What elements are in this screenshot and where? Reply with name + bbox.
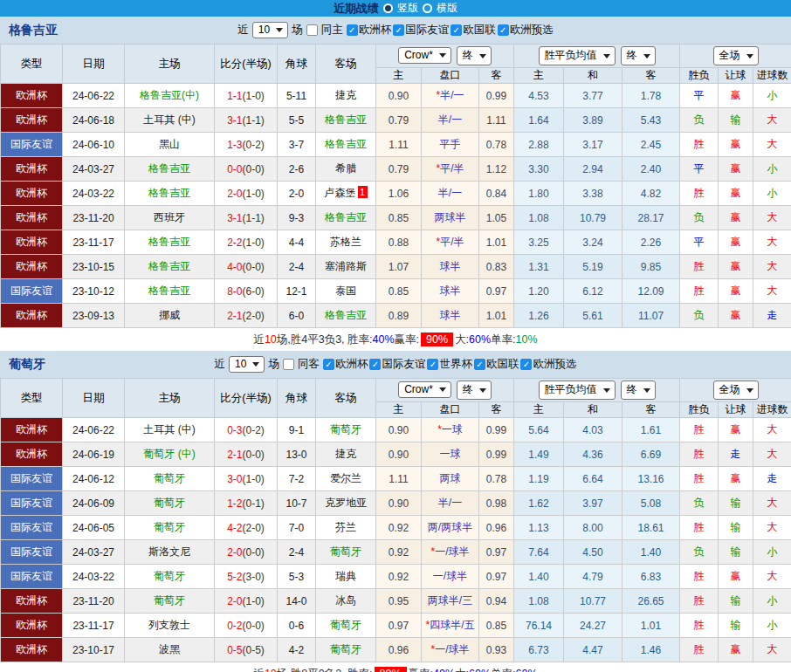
league-filter[interactable]: 欧国联 xyxy=(451,23,496,38)
crow-home-odds: 0.85 xyxy=(376,279,422,304)
checkbox-icon[interactable] xyxy=(427,359,438,370)
checkbox-icon[interactable] xyxy=(474,359,485,370)
avg-home-odds: 1.80 xyxy=(514,182,564,206)
handicap-line: *平/半 xyxy=(422,230,479,255)
home-team: 挪威 xyxy=(125,304,215,328)
match-date: 24-06-12 xyxy=(63,467,125,491)
col-result: 胜负 xyxy=(680,68,719,84)
final-avg-dropdown[interactable]: 终 xyxy=(621,381,656,400)
fulltime-score: 1-1 xyxy=(227,90,242,102)
handicap-line: 两球半/三 xyxy=(422,589,479,614)
league-filter[interactable]: 欧洲杯 xyxy=(323,357,368,372)
home-team-name: 格鲁吉亚 xyxy=(148,236,190,248)
crow-away-odds: 0.99 xyxy=(479,418,514,442)
league-filter[interactable]: 欧洲杯 xyxy=(347,23,392,38)
result-handicap: 赢 xyxy=(719,182,753,206)
crow-home-odds: 0.90 xyxy=(376,84,422,108)
avg-odds-dropdown[interactable]: 胜平负均值 xyxy=(539,46,616,65)
vertical-layout-label[interactable]: 竖版 xyxy=(397,1,418,16)
checkbox-icon[interactable] xyxy=(347,24,358,36)
team-section-georgia: 格鲁吉亚 近 10 场 同主 欧洲杯国际友谊欧国联欧洲预选 类型 xyxy=(0,17,791,351)
league-filters: 欧洲杯国际友谊世界杯欧国联欧洲预选 xyxy=(323,357,577,372)
league-label: 欧国联 xyxy=(486,357,519,372)
match-date: 24-06-22 xyxy=(63,418,125,442)
avg-draw-odds: 4.79 xyxy=(564,565,622,589)
summary-segment: 90% xyxy=(421,333,453,346)
same-venue-label[interactable]: 同主 xyxy=(321,23,343,38)
fulltime-score: 3-1 xyxy=(227,114,242,127)
avg-odds-dropdown[interactable]: 胜平负均值 xyxy=(539,381,616,400)
crow-away-odds: 0.78 xyxy=(479,133,514,157)
crow-away-odds: 0.84 xyxy=(479,182,514,206)
halftime-score: (0-0) xyxy=(243,163,265,175)
section-header: 格鲁吉亚 近 10 场 同主 欧洲杯国际友谊欧国联欧洲预选 xyxy=(0,17,791,44)
fulltime-score: 2-0 xyxy=(227,188,242,200)
league-filter[interactable]: 世界杯 xyxy=(427,357,472,372)
match-date: 24-03-22 xyxy=(63,565,125,589)
away-team: 捷克 xyxy=(316,442,376,467)
col-type: 类型 xyxy=(1,45,63,84)
avg-away-odds: 1.01 xyxy=(622,614,680,638)
final-avg-dropdown[interactable]: 终 xyxy=(621,46,656,65)
horizontal-layout-label[interactable]: 横版 xyxy=(437,1,457,16)
checkbox-icon[interactable] xyxy=(498,24,509,36)
league-filters: 欧洲杯国际友谊欧国联欧洲预选 xyxy=(347,23,554,38)
league-filter[interactable]: 国际友谊 xyxy=(369,357,425,372)
fullmatch-dropdown[interactable]: 全场 xyxy=(713,46,759,65)
match-row: 欧洲杯24-06-22土耳其 (中)0-3(0-2)9-1葡萄牙0.90*一球0… xyxy=(1,418,791,442)
horizontal-layout-radio[interactable] xyxy=(423,3,432,13)
match-row: 欧洲杯24-03-27格鲁吉亚0-0(0-0)2-6希腊0.79*平/半1.12… xyxy=(1,157,791,182)
star-mark: * xyxy=(437,423,442,435)
crow-home-odds: 0.90 xyxy=(376,442,422,467)
league-filter[interactable]: 欧国联 xyxy=(474,357,519,372)
same-venue-label[interactable]: 同客 xyxy=(298,357,320,372)
corner-kicks: 10-7 xyxy=(278,491,316,516)
score: 0-3(0-2) xyxy=(215,418,278,442)
checkbox-icon[interactable] xyxy=(451,24,462,36)
avg-draw-odds: 3.17 xyxy=(564,133,622,157)
avg-draw-odds: 4.50 xyxy=(564,540,622,565)
checkbox-icon[interactable] xyxy=(369,359,381,370)
home-team-name: 斯洛文尼 xyxy=(148,545,190,558)
league-filter[interactable]: 欧洲预选 xyxy=(520,357,576,372)
home-team: 葡萄牙 xyxy=(125,491,215,516)
star-mark: * xyxy=(436,162,440,175)
crow-away-odds: 0.78 xyxy=(479,467,514,491)
final-odds-dropdown[interactable]: 终 xyxy=(457,381,492,400)
avg-home-odds: 76.14 xyxy=(514,614,564,638)
summary-segment: 60% xyxy=(516,668,538,672)
home-team: 格鲁吉亚(中) xyxy=(125,84,215,108)
final-odds-dropdown[interactable]: 终 xyxy=(457,46,492,65)
league-filter[interactable]: 国际友谊 xyxy=(393,23,449,38)
col-goals: 进球数 xyxy=(753,68,791,84)
summary-segment: 大: xyxy=(455,667,469,672)
avg-home-odds: 1.62 xyxy=(514,491,564,516)
match-count-dropdown[interactable]: 10 xyxy=(229,356,265,373)
checkbox-icon[interactable] xyxy=(393,24,404,36)
match-count-dropdown[interactable]: 10 xyxy=(252,22,288,38)
col-rangqiu: 让球 xyxy=(719,68,753,84)
fulltime-score: 8-0 xyxy=(227,285,242,298)
halftime-score: (0-1) xyxy=(243,497,265,510)
avg-home-odds: 1.49 xyxy=(514,442,564,467)
home-team: 葡萄牙 xyxy=(125,467,215,491)
summary-segment: 单率: xyxy=(491,333,515,347)
league-label: 国际友谊 xyxy=(382,357,425,372)
fullmatch-dropdown[interactable]: 全场 xyxy=(713,381,759,400)
crow-home-odds: 1.07 xyxy=(376,255,422,279)
same-venue-checkbox[interactable] xyxy=(306,24,318,36)
checkbox-icon[interactable] xyxy=(520,359,532,370)
match-date: 23-10-17 xyxy=(63,638,125,662)
checkbox-icon[interactable] xyxy=(323,359,334,370)
home-team: 格鲁吉亚 xyxy=(125,157,215,182)
summary-segment: 80% xyxy=(375,667,407,672)
bookmaker-dropdown[interactable]: Crow* xyxy=(398,47,451,64)
home-team: 土耳其 (中) xyxy=(125,418,215,442)
result-outcome: 胜 xyxy=(680,442,719,467)
crow-home-odds: 0.90 xyxy=(376,418,422,442)
same-venue-checkbox[interactable] xyxy=(283,359,294,370)
league-filter[interactable]: 欧洲预选 xyxy=(498,23,554,38)
vertical-layout-radio[interactable] xyxy=(383,3,393,13)
bookmaker-dropdown[interactable]: Crow* xyxy=(398,381,451,398)
result-goals: 大 xyxy=(753,491,791,516)
